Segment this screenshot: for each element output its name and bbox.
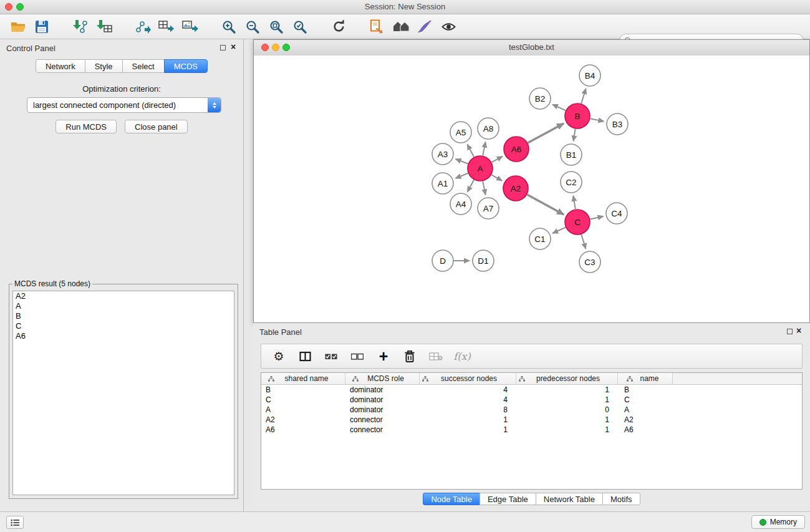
graph-edge[interactable] xyxy=(468,180,474,191)
columns-icon xyxy=(299,351,311,362)
column-header[interactable]: predecessor nodes xyxy=(516,373,618,384)
export-table-button[interactable] xyxy=(155,16,178,37)
show-columns-button[interactable] xyxy=(294,346,316,366)
column-header[interactable]: successor nodes xyxy=(420,373,516,384)
graph-edge[interactable] xyxy=(581,89,586,104)
graph-edge[interactable] xyxy=(527,195,564,215)
graph-edge[interactable] xyxy=(581,235,586,249)
fit-content-button[interactable] xyxy=(389,16,413,37)
graph-node-label: C xyxy=(574,218,581,227)
mcds-result-list[interactable]: A2ABCA6 xyxy=(12,291,234,495)
zoom-window-button[interactable] xyxy=(16,3,24,11)
refresh-button[interactable] xyxy=(327,16,350,37)
zoom-fit-icon xyxy=(269,19,284,34)
table-cell: 8 xyxy=(420,405,516,414)
delete-column-button[interactable] xyxy=(398,346,421,366)
trash-icon xyxy=(403,350,416,363)
fx-icon: f(x) xyxy=(453,351,470,362)
table-cell: connector xyxy=(345,425,420,434)
apply-layout-button[interactable] xyxy=(365,16,389,37)
tab-motifs[interactable]: Motifs xyxy=(602,493,640,505)
export-image-button[interactable] xyxy=(178,16,202,37)
graph-edge[interactable] xyxy=(455,173,468,178)
tab-node-table[interactable]: Node Table xyxy=(423,493,480,505)
eye-icon xyxy=(441,22,456,32)
close-panel-button[interactable]: × xyxy=(228,42,238,52)
column-header-label: shared name xyxy=(276,374,345,383)
close-table-panel-button[interactable]: × xyxy=(794,326,804,336)
table-row[interactable]: Adominator80A xyxy=(261,405,802,415)
network-canvas[interactable]: B4B2BB3A5A8A6A3B1AC2A1A2A4A7C4CC1DD1C3 xyxy=(254,56,809,322)
table-panel-title: Table Panel xyxy=(259,327,302,337)
add-column-button[interactable]: + xyxy=(372,346,395,366)
export-network-button[interactable] xyxy=(131,16,155,37)
float-panel-button[interactable] xyxy=(220,45,226,51)
save-session-button[interactable] xyxy=(30,16,54,37)
import-table-button[interactable] xyxy=(92,16,116,37)
deselect-all-icon xyxy=(351,352,364,360)
zoom-view-button[interactable] xyxy=(282,44,290,51)
table-row[interactable]: A2connector11A2 xyxy=(261,415,802,425)
table-cell: C xyxy=(261,395,345,404)
zoom-out-button[interactable] xyxy=(241,16,264,37)
select-all-button[interactable] xyxy=(320,346,342,366)
graph-edge[interactable] xyxy=(456,159,468,164)
close-view-button[interactable] xyxy=(261,44,269,51)
mcds-result-title: MCDS result (5 nodes) xyxy=(12,279,92,288)
result-item[interactable]: A6 xyxy=(13,331,234,341)
network-window-titlebar[interactable]: testGlobe.txt xyxy=(254,40,809,56)
column-header[interactable]: shared name xyxy=(261,373,345,384)
graph-edge[interactable] xyxy=(574,129,576,142)
zoom-selected-button[interactable] xyxy=(288,16,312,37)
graph-edge[interactable] xyxy=(483,181,485,195)
result-item[interactable]: B xyxy=(13,311,234,321)
function-builder-button[interactable]: f(x) xyxy=(451,346,473,366)
graph-edge[interactable] xyxy=(528,123,564,143)
sort-hierarchy-icon xyxy=(627,376,633,382)
tab-style[interactable]: Style xyxy=(85,59,123,73)
graph-edge[interactable] xyxy=(573,196,575,210)
close-panel-button-mcds[interactable]: Close panel xyxy=(125,120,188,133)
tab-mcds[interactable]: MCDS xyxy=(164,59,208,73)
tab-network[interactable]: Network xyxy=(36,59,85,73)
float-table-panel-button[interactable] xyxy=(787,329,793,334)
node-table[interactable]: shared nameMCDS rolesuccessor nodesprede… xyxy=(261,372,803,490)
minimize-view-button[interactable] xyxy=(272,44,279,51)
column-header[interactable]: MCDS role xyxy=(345,373,420,384)
deselect-all-button[interactable] xyxy=(346,346,369,366)
graph-edge[interactable] xyxy=(467,144,474,157)
table-row[interactable]: Cdominator41C xyxy=(261,395,802,405)
open-style-button[interactable] xyxy=(413,16,436,37)
graph-edge[interactable] xyxy=(552,228,566,233)
close-window-button[interactable] xyxy=(5,3,12,11)
tab-edge-table[interactable]: Edge Table xyxy=(480,493,536,505)
toggle-details-button[interactable] xyxy=(436,16,460,37)
graph-edge[interactable] xyxy=(590,216,603,220)
plus-icon: + xyxy=(379,349,388,364)
open-session-button[interactable] xyxy=(6,16,30,37)
result-item[interactable]: A2 xyxy=(13,291,234,301)
task-history-button[interactable] xyxy=(6,516,24,529)
zoom-fit-button[interactable] xyxy=(264,16,288,37)
graph-edge[interactable] xyxy=(483,142,485,156)
column-header[interactable]: name xyxy=(618,373,673,384)
table-row[interactable]: Bdominator41B xyxy=(261,385,802,395)
graph-node-label: A3 xyxy=(438,150,448,159)
control-panel: Control Panel × Network Style Select MCD… xyxy=(0,39,244,511)
criterion-dropdown[interactable]: largest connected component (directed) xyxy=(27,97,221,113)
memory-button[interactable]: Memory xyxy=(751,515,805,529)
run-mcds-button[interactable]: Run MCDS xyxy=(55,120,117,133)
import-network-button[interactable] xyxy=(69,16,92,37)
tab-network-table[interactable]: Network Table xyxy=(536,493,603,505)
result-item[interactable]: A xyxy=(13,301,234,311)
table-settings-button[interactable]: ⚙ xyxy=(268,346,290,366)
result-item[interactable]: C xyxy=(13,321,234,331)
graph-edge[interactable] xyxy=(491,175,502,180)
delete-table-button[interactable] xyxy=(425,346,447,366)
graph-edge[interactable] xyxy=(591,118,604,121)
graph-edge[interactable] xyxy=(492,157,503,162)
table-row[interactable]: A6connector11A6 xyxy=(261,425,802,435)
graph-edge[interactable] xyxy=(552,104,566,110)
zoom-in-button[interactable] xyxy=(217,16,241,37)
tab-select[interactable]: Select xyxy=(122,59,165,73)
